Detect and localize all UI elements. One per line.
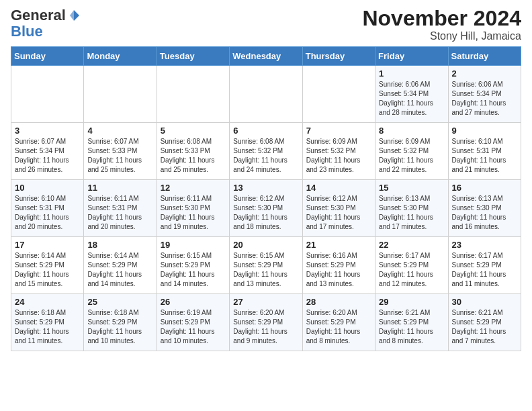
col-monday: Monday [84,47,157,66]
day-info: Sunrise: 6:07 AM Sunset: 5:33 PM Dayligh… [87,137,152,175]
calendar-cell: 12Sunrise: 6:11 AM Sunset: 5:30 PM Dayli… [157,180,229,237]
calendar-cell: 4Sunrise: 6:07 AM Sunset: 5:33 PM Daylig… [84,123,157,180]
calendar-cell: 7Sunrise: 6:09 AM Sunset: 5:32 PM Daylig… [302,123,375,180]
day-number: 1 [379,68,444,79]
day-number: 16 [452,183,517,193]
calendar-cell: 30Sunrise: 6:21 AM Sunset: 5:29 PM Dayli… [448,294,521,351]
day-number: 28 [306,297,371,307]
day-number: 9 [452,126,517,136]
calendar-body: 1Sunrise: 6:06 AM Sunset: 5:34 PM Daylig… [11,66,521,351]
calendar-cell: 21Sunrise: 6:16 AM Sunset: 5:29 PM Dayli… [302,237,375,294]
calendar-week-5: 24Sunrise: 6:18 AM Sunset: 5:29 PM Dayli… [11,294,521,351]
calendar-cell: 19Sunrise: 6:15 AM Sunset: 5:29 PM Dayli… [157,237,229,294]
calendar-week-3: 10Sunrise: 6:10 AM Sunset: 5:31 PM Dayli… [11,180,521,237]
calendar-cell [84,66,157,123]
calendar-cell: 9Sunrise: 6:10 AM Sunset: 5:31 PM Daylig… [448,123,521,180]
day-info: Sunrise: 6:11 AM Sunset: 5:30 PM Dayligh… [161,194,226,232]
col-wednesday: Wednesday [230,47,302,66]
day-number: 27 [233,297,298,307]
page-header: General Blue November 2024 Stony Hill, J… [11,7,521,42]
calendar-cell: 17Sunrise: 6:14 AM Sunset: 5:29 PM Dayli… [11,237,84,294]
calendar-cell: 6Sunrise: 6:08 AM Sunset: 5:32 PM Daylig… [230,123,302,180]
day-info: Sunrise: 6:21 AM Sunset: 5:29 PM Dayligh… [452,308,517,346]
col-thursday: Thursday [302,47,375,66]
calendar-header-row: Sunday Monday Tuesday Wednesday Thursday… [11,47,521,66]
day-number: 14 [306,183,371,193]
day-number: 10 [15,183,80,193]
day-info: Sunrise: 6:06 AM Sunset: 5:34 PM Dayligh… [452,80,517,118]
day-number: 23 [452,240,517,250]
calendar-cell: 28Sunrise: 6:20 AM Sunset: 5:29 PM Dayli… [302,294,375,351]
calendar-cell: 24Sunrise: 6:18 AM Sunset: 5:29 PM Dayli… [11,294,84,351]
day-info: Sunrise: 6:08 AM Sunset: 5:33 PM Dayligh… [161,137,226,175]
logo-blue-text: Blue [11,23,43,40]
calendar-cell [157,66,229,123]
calendar-cell: 22Sunrise: 6:17 AM Sunset: 5:29 PM Dayli… [375,237,448,294]
day-info: Sunrise: 6:08 AM Sunset: 5:32 PM Dayligh… [233,137,298,175]
day-info: Sunrise: 6:17 AM Sunset: 5:29 PM Dayligh… [379,251,444,289]
day-number: 26 [161,297,226,307]
day-number: 13 [233,183,298,193]
day-info: Sunrise: 6:14 AM Sunset: 5:29 PM Dayligh… [87,251,152,289]
day-info: Sunrise: 6:10 AM Sunset: 5:31 PM Dayligh… [452,137,517,175]
calendar-cell: 15Sunrise: 6:13 AM Sunset: 5:30 PM Dayli… [375,180,448,237]
page-container: General Blue November 2024 Stony Hill, J… [0,0,532,358]
day-number: 29 [379,297,444,307]
day-info: Sunrise: 6:11 AM Sunset: 5:31 PM Dayligh… [87,194,152,232]
calendar-cell: 18Sunrise: 6:14 AM Sunset: 5:29 PM Dayli… [84,237,157,294]
col-saturday: Saturday [448,47,521,66]
day-number: 11 [87,183,152,193]
day-info: Sunrise: 6:07 AM Sunset: 5:34 PM Dayligh… [15,137,80,175]
calendar-cell: 16Sunrise: 6:13 AM Sunset: 5:30 PM Dayli… [448,180,521,237]
day-info: Sunrise: 6:13 AM Sunset: 5:30 PM Dayligh… [379,194,444,232]
location-subtitle: Stony Hill, Jamaica [362,30,521,42]
logo-general-text: General [11,7,66,24]
month-title: November 2024 [362,7,521,30]
svg-marker-0 [74,10,79,21]
day-info: Sunrise: 6:17 AM Sunset: 5:29 PM Dayligh… [452,251,517,289]
col-tuesday: Tuesday [157,47,229,66]
calendar-cell: 5Sunrise: 6:08 AM Sunset: 5:33 PM Daylig… [157,123,229,180]
day-info: Sunrise: 6:10 AM Sunset: 5:31 PM Dayligh… [15,194,80,232]
calendar-cell: 8Sunrise: 6:09 AM Sunset: 5:32 PM Daylig… [375,123,448,180]
calendar-cell: 29Sunrise: 6:21 AM Sunset: 5:29 PM Dayli… [375,294,448,351]
calendar-cell: 10Sunrise: 6:10 AM Sunset: 5:31 PM Dayli… [11,180,84,237]
day-number: 2 [452,68,517,79]
calendar-week-4: 17Sunrise: 6:14 AM Sunset: 5:29 PM Dayli… [11,237,521,294]
day-info: Sunrise: 6:12 AM Sunset: 5:30 PM Dayligh… [306,194,371,232]
day-number: 18 [87,240,152,250]
day-info: Sunrise: 6:15 AM Sunset: 5:29 PM Dayligh… [161,251,226,289]
day-number: 8 [379,126,444,136]
day-number: 4 [87,126,152,136]
day-number: 20 [233,240,298,250]
col-sunday: Sunday [11,47,84,66]
day-number: 21 [306,240,371,250]
title-area: November 2024 Stony Hill, Jamaica [362,7,521,42]
calendar-cell: 25Sunrise: 6:18 AM Sunset: 5:29 PM Dayli… [84,294,157,351]
calendar-cell: 13Sunrise: 6:12 AM Sunset: 5:30 PM Dayli… [230,180,302,237]
calendar-cell: 3Sunrise: 6:07 AM Sunset: 5:34 PM Daylig… [11,123,84,180]
day-info: Sunrise: 6:20 AM Sunset: 5:29 PM Dayligh… [306,308,371,346]
day-info: Sunrise: 6:16 AM Sunset: 5:29 PM Dayligh… [306,251,371,289]
day-info: Sunrise: 6:12 AM Sunset: 5:30 PM Dayligh… [233,194,298,232]
day-number: 3 [15,126,80,136]
day-info: Sunrise: 6:21 AM Sunset: 5:29 PM Dayligh… [379,308,444,346]
day-info: Sunrise: 6:14 AM Sunset: 5:29 PM Dayligh… [15,251,80,289]
calendar-cell: 2Sunrise: 6:06 AM Sunset: 5:34 PM Daylig… [448,66,521,123]
calendar-cell: 20Sunrise: 6:15 AM Sunset: 5:29 PM Dayli… [230,237,302,294]
day-number: 12 [161,183,226,193]
logo: General Blue [11,7,81,40]
day-number: 22 [379,240,444,250]
calendar-week-2: 3Sunrise: 6:07 AM Sunset: 5:34 PM Daylig… [11,123,521,180]
day-number: 30 [452,297,517,307]
calendar-week-1: 1Sunrise: 6:06 AM Sunset: 5:34 PM Daylig… [11,66,521,123]
calendar-cell: 1Sunrise: 6:06 AM Sunset: 5:34 PM Daylig… [375,66,448,123]
day-info: Sunrise: 6:18 AM Sunset: 5:29 PM Dayligh… [87,308,152,346]
calendar-cell: 11Sunrise: 6:11 AM Sunset: 5:31 PM Dayli… [84,180,157,237]
day-number: 25 [87,297,152,307]
calendar-cell: 14Sunrise: 6:12 AM Sunset: 5:30 PM Dayli… [302,180,375,237]
day-number: 24 [15,297,80,307]
day-info: Sunrise: 6:09 AM Sunset: 5:32 PM Dayligh… [306,137,371,175]
day-info: Sunrise: 6:19 AM Sunset: 5:29 PM Dayligh… [161,308,226,346]
day-number: 5 [161,126,226,136]
